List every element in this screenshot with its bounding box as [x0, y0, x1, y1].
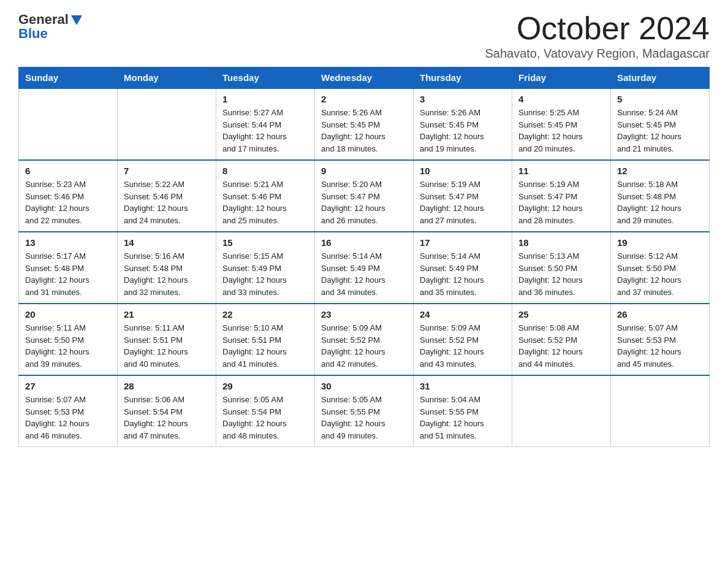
- location-title: Sahavato, Vatovavy Region, Madagascar: [485, 47, 710, 61]
- calendar-table: SundayMondayTuesdayWednesdayThursdayFrid…: [18, 67, 710, 447]
- day-number: 14: [124, 237, 210, 248]
- month-title: October 2024: [485, 12, 710, 44]
- calendar-cell: 5Sunrise: 5:24 AMSunset: 5:45 PMDaylight…: [611, 88, 710, 160]
- calendar-cell: 1Sunrise: 5:27 AMSunset: 5:44 PMDaylight…: [216, 88, 315, 160]
- weekday-header-saturday: Saturday: [611, 67, 710, 89]
- calendar-cell: 16Sunrise: 5:14 AMSunset: 5:49 PMDayligh…: [315, 232, 414, 304]
- day-info: Sunrise: 5:18 AMSunset: 5:48 PMDaylight:…: [617, 178, 703, 226]
- weekday-header-wednesday: Wednesday: [315, 67, 414, 89]
- day-info: Sunrise: 5:23 AMSunset: 5:46 PMDaylight:…: [25, 178, 111, 226]
- day-info: Sunrise: 5:07 AMSunset: 5:53 PMDaylight:…: [617, 322, 703, 370]
- day-number: 3: [420, 94, 506, 104]
- calendar-cell: 29Sunrise: 5:05 AMSunset: 5:54 PMDayligh…: [216, 375, 315, 447]
- calendar-cell: 21Sunrise: 5:11 AMSunset: 5:51 PMDayligh…: [118, 304, 216, 375]
- day-number: 29: [222, 381, 308, 391]
- day-number: 26: [617, 309, 703, 320]
- calendar-cell: 23Sunrise: 5:09 AMSunset: 5:52 PMDayligh…: [315, 304, 414, 375]
- day-number: 27: [25, 381, 111, 391]
- calendar-cell: 25Sunrise: 5:08 AMSunset: 5:52 PMDayligh…: [512, 304, 611, 375]
- calendar-cell: 4Sunrise: 5:25 AMSunset: 5:45 PMDaylight…: [512, 88, 611, 160]
- day-info: Sunrise: 5:26 AMSunset: 5:45 PMDaylight:…: [321, 107, 407, 155]
- calendar-cell: 9Sunrise: 5:20 AMSunset: 5:47 PMDaylight…: [315, 160, 414, 232]
- calendar-cell: 24Sunrise: 5:09 AMSunset: 5:52 PMDayligh…: [414, 304, 512, 375]
- day-number: 6: [25, 166, 111, 176]
- calendar-cell: 8Sunrise: 5:21 AMSunset: 5:46 PMDaylight…: [216, 160, 315, 232]
- day-info: Sunrise: 5:11 AMSunset: 5:50 PMDaylight:…: [25, 322, 111, 370]
- day-info: Sunrise: 5:17 AMSunset: 5:48 PMDaylight:…: [25, 250, 111, 298]
- calendar-cell: 18Sunrise: 5:13 AMSunset: 5:50 PMDayligh…: [512, 232, 611, 304]
- day-number: 5: [617, 94, 703, 104]
- calendar-cell: 12Sunrise: 5:18 AMSunset: 5:48 PMDayligh…: [611, 160, 710, 232]
- calendar-week-row: 20Sunrise: 5:11 AMSunset: 5:50 PMDayligh…: [19, 304, 710, 375]
- calendar-cell: 28Sunrise: 5:06 AMSunset: 5:54 PMDayligh…: [118, 375, 216, 447]
- day-number: 20: [25, 309, 111, 320]
- day-number: 23: [321, 309, 407, 320]
- day-number: 1: [222, 94, 308, 104]
- day-number: 25: [518, 309, 604, 320]
- calendar-cell: [512, 375, 611, 447]
- calendar-cell: 30Sunrise: 5:05 AMSunset: 5:55 PMDayligh…: [315, 375, 414, 447]
- calendar-header-row: SundayMondayTuesdayWednesdayThursdayFrid…: [19, 67, 710, 89]
- day-info: Sunrise: 5:05 AMSunset: 5:55 PMDaylight:…: [321, 394, 407, 442]
- title-block: October 2024 Sahavato, Vatovavy Region, …: [485, 12, 710, 61]
- calendar-week-row: 13Sunrise: 5:17 AMSunset: 5:48 PMDayligh…: [19, 232, 710, 304]
- day-info: Sunrise: 5:22 AMSunset: 5:46 PMDaylight:…: [124, 178, 210, 226]
- day-info: Sunrise: 5:27 AMSunset: 5:44 PMDaylight:…: [222, 107, 308, 155]
- logo-triangle-icon: [70, 13, 83, 26]
- calendar-cell: 20Sunrise: 5:11 AMSunset: 5:50 PMDayligh…: [19, 304, 118, 375]
- day-number: 2: [321, 94, 407, 104]
- calendar-cell: 13Sunrise: 5:17 AMSunset: 5:48 PMDayligh…: [19, 232, 118, 304]
- day-number: 13: [25, 237, 111, 248]
- calendar-cell: 15Sunrise: 5:15 AMSunset: 5:49 PMDayligh…: [216, 232, 315, 304]
- day-info: Sunrise: 5:11 AMSunset: 5:51 PMDaylight:…: [124, 322, 210, 370]
- calendar-cell: 7Sunrise: 5:22 AMSunset: 5:46 PMDaylight…: [118, 160, 216, 232]
- day-info: Sunrise: 5:20 AMSunset: 5:47 PMDaylight:…: [321, 178, 407, 226]
- day-info: Sunrise: 5:10 AMSunset: 5:51 PMDaylight:…: [222, 322, 308, 370]
- weekday-header-friday: Friday: [512, 67, 611, 89]
- calendar-cell: [19, 88, 118, 160]
- day-number: 28: [124, 381, 210, 391]
- day-number: 30: [321, 381, 407, 391]
- day-info: Sunrise: 5:06 AMSunset: 5:54 PMDaylight:…: [124, 394, 210, 442]
- day-number: 15: [222, 237, 308, 248]
- calendar-cell: 31Sunrise: 5:04 AMSunset: 5:55 PMDayligh…: [414, 375, 512, 447]
- day-info: Sunrise: 5:15 AMSunset: 5:49 PMDaylight:…: [222, 250, 308, 298]
- calendar-cell: 26Sunrise: 5:07 AMSunset: 5:53 PMDayligh…: [611, 304, 710, 375]
- calendar-cell: 6Sunrise: 5:23 AMSunset: 5:46 PMDaylight…: [19, 160, 118, 232]
- calendar-week-row: 6Sunrise: 5:23 AMSunset: 5:46 PMDaylight…: [19, 160, 710, 232]
- day-number: 18: [518, 237, 604, 248]
- day-number: 4: [518, 94, 604, 104]
- day-info: Sunrise: 5:21 AMSunset: 5:46 PMDaylight:…: [222, 178, 308, 226]
- day-info: Sunrise: 5:05 AMSunset: 5:54 PMDaylight:…: [222, 394, 308, 442]
- day-info: Sunrise: 5:08 AMSunset: 5:52 PMDaylight:…: [518, 322, 604, 370]
- calendar-cell: 27Sunrise: 5:07 AMSunset: 5:53 PMDayligh…: [19, 375, 118, 447]
- day-info: Sunrise: 5:14 AMSunset: 5:49 PMDaylight:…: [420, 250, 506, 298]
- day-info: Sunrise: 5:26 AMSunset: 5:45 PMDaylight:…: [420, 107, 506, 155]
- day-number: 24: [420, 309, 506, 320]
- day-info: Sunrise: 5:09 AMSunset: 5:52 PMDaylight:…: [420, 322, 506, 370]
- day-info: Sunrise: 5:04 AMSunset: 5:55 PMDaylight:…: [420, 394, 506, 442]
- calendar-cell: 14Sunrise: 5:16 AMSunset: 5:48 PMDayligh…: [118, 232, 216, 304]
- page-header: General Blue October 2024 Sahavato, Vato…: [18, 12, 710, 61]
- day-info: Sunrise: 5:12 AMSunset: 5:50 PMDaylight:…: [617, 250, 703, 298]
- day-number: 7: [124, 166, 210, 176]
- calendar-week-row: 1Sunrise: 5:27 AMSunset: 5:44 PMDaylight…: [19, 88, 710, 160]
- day-info: Sunrise: 5:14 AMSunset: 5:49 PMDaylight:…: [321, 250, 407, 298]
- day-number: 19: [617, 237, 703, 248]
- day-info: Sunrise: 5:13 AMSunset: 5:50 PMDaylight:…: [518, 250, 604, 298]
- weekday-header-sunday: Sunday: [19, 67, 118, 89]
- day-info: Sunrise: 5:24 AMSunset: 5:45 PMDaylight:…: [617, 107, 703, 155]
- calendar-cell: 3Sunrise: 5:26 AMSunset: 5:45 PMDaylight…: [414, 88, 512, 160]
- weekday-header-thursday: Thursday: [414, 67, 512, 89]
- day-number: 10: [420, 166, 506, 176]
- day-info: Sunrise: 5:16 AMSunset: 5:48 PMDaylight:…: [124, 250, 210, 298]
- day-number: 9: [321, 166, 407, 176]
- weekday-header-monday: Monday: [118, 67, 216, 89]
- calendar-cell: 22Sunrise: 5:10 AMSunset: 5:51 PMDayligh…: [216, 304, 315, 375]
- calendar-cell: [118, 88, 216, 160]
- logo-blue: Blue: [18, 26, 48, 42]
- logo: General Blue: [18, 12, 83, 42]
- calendar-week-row: 27Sunrise: 5:07 AMSunset: 5:53 PMDayligh…: [19, 375, 710, 447]
- svg-marker-0: [71, 15, 82, 25]
- calendar-cell: 17Sunrise: 5:14 AMSunset: 5:49 PMDayligh…: [414, 232, 512, 304]
